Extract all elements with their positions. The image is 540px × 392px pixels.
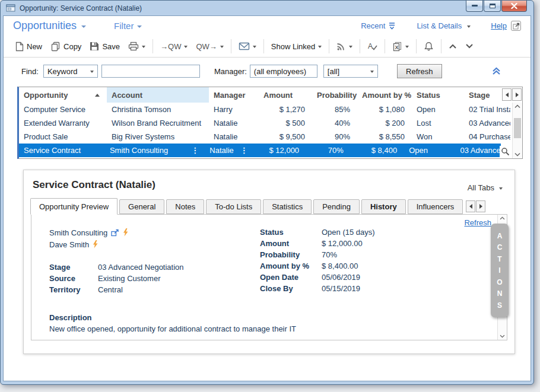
cell-account: Smith Consulting⋮ xyxy=(105,144,205,157)
cell-text: $ 1,080 xyxy=(379,105,405,114)
open-company-icon[interactable] xyxy=(111,229,119,237)
window-title: Opportunity: Service Contract (Natalie) xyxy=(20,4,142,12)
cell-manager: Natalie xyxy=(209,116,259,130)
scope-select[interactable]: [all] xyxy=(323,65,378,78)
title-bar[interactable]: Opportunity: Service Contract (Natalie) xyxy=(1,1,533,15)
tab-general[interactable]: General xyxy=(119,199,164,214)
chevron-down-icon xyxy=(81,26,86,28)
scroll-tabs-right-button[interactable] xyxy=(476,200,485,212)
popout-icon xyxy=(513,23,520,30)
find-type-select[interactable]: Keyword xyxy=(43,65,98,78)
triangle-right-icon xyxy=(479,204,482,209)
table-row[interactable]: Extended WarrantyWilson Brand Recruitmen… xyxy=(19,116,510,130)
column-header-manager[interactable]: Manager xyxy=(209,87,259,103)
help-link[interactable]: Help xyxy=(491,21,507,30)
spellcheck-icon: A xyxy=(367,42,377,51)
scroll-tabs-left-button[interactable] xyxy=(466,200,475,212)
tab-pending[interactable]: Pending xyxy=(313,199,360,214)
search-input[interactable] xyxy=(101,65,200,78)
column-header-amount-by[interactable]: Amount by % xyxy=(357,87,412,103)
tab-history[interactable]: History xyxy=(361,199,406,214)
next-record-button[interactable] xyxy=(461,38,478,55)
row-actions-icon[interactable]: ⋮ xyxy=(240,146,249,154)
actions-tab[interactable]: ACTIONS xyxy=(491,224,509,317)
refresh-button[interactable]: Refresh xyxy=(397,64,442,78)
tab-notes[interactable]: Notes xyxy=(166,199,204,214)
excel-dropdown-caret[interactable] xyxy=(405,46,409,48)
tab-influencers[interactable]: Influencers xyxy=(408,199,463,214)
new-button[interactable]: New xyxy=(11,38,46,55)
spellcheck-button[interactable]: A xyxy=(363,38,382,55)
copy-button[interactable]: Copy xyxy=(46,38,85,55)
field-label: Source xyxy=(49,274,98,283)
email-dropdown-caret[interactable] xyxy=(253,46,256,48)
description-label: Description xyxy=(49,313,465,322)
save-button[interactable]: Save xyxy=(85,38,124,55)
manager-input[interactable] xyxy=(250,65,317,78)
view-mode-selector[interactable]: List & Details xyxy=(417,21,471,30)
print-dropdown-caret[interactable] xyxy=(142,46,145,48)
export-excel-button[interactable]: X xyxy=(388,38,413,55)
table-row[interactable]: Computer ServiceChristina TomsonHarry$ 1… xyxy=(19,103,510,116)
quick-action-bolt-icon[interactable] xyxy=(93,240,98,248)
column-header-amount[interactable]: Amount xyxy=(259,87,312,103)
column-header-status[interactable]: Status xyxy=(412,87,464,103)
table-row[interactable]: Product SaleBig River SystemsNatalie$ 9,… xyxy=(19,130,510,144)
contact-line: Dave Smith xyxy=(49,238,184,250)
cell-amount-by: $ 8,550 xyxy=(357,130,412,144)
toolbar-separator xyxy=(385,39,385,53)
feed-dropdown-caret[interactable] xyxy=(349,46,352,48)
tab-opportunity-preview[interactable]: Opportunity Preview xyxy=(30,198,117,215)
table-header: OpportunityAccountManagerAmountProbabili… xyxy=(19,87,522,103)
qw-out-dropdown-caret[interactable] xyxy=(220,46,224,48)
quick-window-out-button[interactable]: QW→ xyxy=(192,38,227,55)
scroll-columns-left-button[interactable] xyxy=(502,88,512,101)
column-header-account[interactable]: Account xyxy=(107,87,209,103)
table-scrollbar[interactable] xyxy=(512,103,522,158)
show-linked-button[interactable]: Show Linked xyxy=(267,38,326,55)
scroll-down-icon[interactable] xyxy=(513,152,522,157)
toolbar-separator xyxy=(441,39,441,53)
scroll-up-icon[interactable] xyxy=(498,216,507,220)
feed-button[interactable] xyxy=(332,38,357,55)
scroll-up-icon[interactable] xyxy=(513,104,522,109)
table-row[interactable]: Service ContractSmith Consulting⋮Natalie… xyxy=(19,144,501,157)
scroll-columns-right-button[interactable] xyxy=(512,88,522,101)
row-actions-icon[interactable]: ⋮ xyxy=(191,146,200,154)
scroll-down-icon[interactable] xyxy=(498,334,507,338)
cell-amount: $ 1,270 xyxy=(259,103,312,116)
collapse-panel-button[interactable] xyxy=(492,67,501,75)
description-text: New office opened, opportunity for addit… xyxy=(49,324,465,333)
popout-button[interactable] xyxy=(511,21,521,31)
all-tabs-selector[interactable]: All Tabs xyxy=(468,183,503,192)
filter-menu[interactable]: Filter xyxy=(114,21,142,31)
actions-tab-letter: A xyxy=(497,232,503,240)
recent-menu[interactable]: Recent xyxy=(361,21,395,30)
minimize-button[interactable] xyxy=(466,1,483,12)
column-header-label: Manager xyxy=(214,91,245,100)
email-button[interactable] xyxy=(234,38,261,55)
quick-action-bolt-icon[interactable] xyxy=(123,228,128,237)
cell-manager: Natalie⋮ xyxy=(205,144,253,157)
triangle-right-icon xyxy=(516,93,519,97)
qw-out-label: QW→ xyxy=(196,42,217,51)
close-icon xyxy=(511,3,517,9)
previous-record-button[interactable] xyxy=(444,38,461,55)
module-selector[interactable]: Opportunities xyxy=(13,20,86,32)
cell-text: 03 Advance xyxy=(460,146,500,155)
column-header-probability[interactable]: Probability xyxy=(312,87,357,103)
envelope-icon xyxy=(239,42,250,50)
maximize-button[interactable] xyxy=(484,1,501,12)
column-header-opportunity[interactable]: Opportunity xyxy=(19,87,107,103)
close-button[interactable] xyxy=(501,1,527,12)
preview-refresh-link[interactable]: Refresh xyxy=(464,218,491,227)
scrollbar-thumb[interactable] xyxy=(514,118,521,138)
print-button[interactable] xyxy=(124,38,150,55)
tab-statistics[interactable]: Statistics xyxy=(263,199,312,214)
alarm-button[interactable] xyxy=(420,38,438,55)
cell-stage: 03 Advanced Ne xyxy=(464,116,510,130)
row-search-icon[interactable] xyxy=(500,146,511,157)
qw-in-dropdown-caret[interactable] xyxy=(184,46,188,48)
quick-window-in-button[interactable]: →QW xyxy=(156,38,192,55)
tab-to-do-lists[interactable]: To-do Lists xyxy=(206,199,261,214)
